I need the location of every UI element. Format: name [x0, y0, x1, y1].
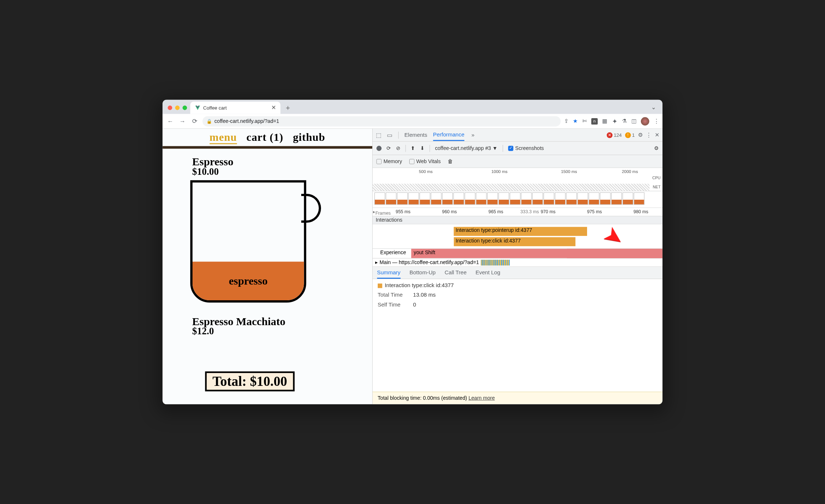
nav-divider [163, 146, 372, 148]
tab-title: Coffee cart [203, 105, 227, 110]
main-thread-header[interactable]: ▸ Main — https://coffee-cart.netlify.app… [373, 259, 662, 267]
interactions-track[interactable]: Interaction type:pointerup id:4377 Inter… [373, 224, 662, 249]
total-time-value: 13.08 ms [413, 292, 436, 298]
screenshot-filmstrip[interactable] [373, 191, 662, 208]
total-banner[interactable]: Total: $10.00 [205, 371, 294, 391]
tab-performance[interactable]: Performance [433, 131, 464, 141]
product-espresso-macchiato: Espresso Macchiato $12.0 [192, 315, 372, 336]
nav-github[interactable]: github [293, 131, 325, 143]
garbage-collect-icon[interactable]: 🗑 [448, 158, 453, 164]
experience-track[interactable]: Experience yout Shift [373, 249, 662, 258]
nav-menu[interactable]: menu [209, 131, 237, 144]
chrome-menu-icon[interactable]: ⋮ [654, 118, 659, 124]
summary-title: Interaction type:click id:4377 [385, 282, 454, 289]
load-profile-icon[interactable]: ⬆ [411, 145, 415, 151]
devtools-menu-icon[interactable]: ⋮ [646, 132, 652, 138]
devtools-panel: ⬚ ▭ Elements Performance » ✕124 !1 ⚙ ⋮ ✕… [373, 129, 662, 404]
mug-graphic[interactable]: espresso [163, 180, 306, 302]
webpage: menu cart (1) github Espresso $10.00 esp… [163, 129, 373, 404]
layout-shift-bar[interactable] [411, 249, 662, 258]
interaction-bar[interactable]: Interaction type:pointerup id:4377 [454, 227, 587, 236]
error-count[interactable]: ✕124 [606, 132, 621, 138]
performance-toolbar: ⟳ ⊘ ⬆ ⬇ coffee-cart.netlify.app #3 ▼ Scr… [373, 142, 662, 155]
blocking-time-footer: Total blocking time: 0.00ms (estimated) … [373, 392, 662, 404]
device-toggle-icon[interactable]: ▭ [387, 131, 392, 138]
warning-count[interactable]: !1 [625, 132, 635, 138]
color-swatch-icon [378, 283, 382, 288]
new-tab-button[interactable]: ＋ [283, 103, 292, 113]
flask-icon[interactable]: ⚗ [622, 118, 627, 124]
browser-toolbar: ← → ⟳ 🔒 coffee-cart.netlify.app/?ad=1 ⇪ … [163, 114, 662, 128]
capture-settings-gear-icon[interactable]: ⚙ [654, 145, 658, 151]
self-time-value: 0 [413, 302, 416, 308]
back-button[interactable]: ← [166, 117, 175, 126]
product-espresso: Espresso $10.00 [192, 156, 372, 177]
close-window-icon[interactable] [168, 106, 172, 110]
main-flame-preview [481, 260, 510, 266]
recording-selector[interactable]: coffee-cart.netlify.app #3 ▼ [435, 145, 497, 151]
interaction-bar[interactable]: Interaction type:click id:4377 [454, 237, 576, 247]
vue-icon [195, 105, 201, 111]
extensions-puzzle-icon[interactable]: ✦ [612, 117, 617, 125]
url-text: coffee-cart.netlify.app/?ad=1 [214, 118, 279, 124]
tab-bottom-up[interactable]: Bottom-Up [410, 270, 436, 276]
sidepanel-icon[interactable]: ◫ [631, 118, 637, 124]
bookmark-star-icon[interactable]: ★ [573, 118, 578, 124]
maximize-window-icon[interactable] [183, 106, 187, 110]
record-button[interactable] [376, 146, 381, 151]
tabs-overflow-icon[interactable]: » [471, 132, 474, 138]
summary-pane: Interaction type:click id:4377 Total Tim… [373, 279, 662, 392]
timeline-ruler[interactable]: ▸ Frames 955 ms 960 ms 965 ms 333.3 ms 9… [373, 208, 662, 216]
interactions-track-header[interactable]: Interactions [373, 216, 662, 224]
memory-checkbox[interactable]: Memory [376, 158, 402, 164]
share-icon[interactable]: ⇪ [564, 118, 568, 124]
tab-elements[interactable]: Elements [404, 132, 427, 138]
save-profile-icon[interactable]: ⬇ [420, 145, 424, 151]
clear-icon[interactable]: ⊘ [396, 145, 400, 151]
settings-gear-icon[interactable]: ⚙ [638, 132, 643, 138]
mug-fill-label: espresso [229, 275, 268, 287]
extension-grid-icon[interactable]: ▦ [602, 118, 607, 124]
cpu-hatch [373, 184, 650, 191]
nav-cart[interactable]: cart (1) [246, 131, 283, 143]
overview-timeline[interactable]: 500 ms 1000 ms 1500 ms 2000 ms CPU NET [373, 168, 662, 191]
forward-button[interactable]: → [178, 117, 187, 126]
lock-icon: 🔒 [206, 119, 212, 124]
content-split: menu cart (1) github Espresso $10.00 esp… [163, 129, 662, 404]
tab-event-log[interactable]: Event Log [475, 270, 500, 276]
address-bar[interactable]: 🔒 coffee-cart.netlify.app/?ad=1 [202, 116, 561, 126]
tab-strip: Coffee cart ✕ ＋ ⌄ [163, 100, 662, 114]
devtools-tabs: ⬚ ▭ Elements Performance » ✕124 !1 ⚙ ⋮ ✕ [373, 129, 662, 142]
close-tab-icon[interactable]: ✕ [271, 104, 276, 111]
details-tabs: Summary Bottom-Up Call Tree Event Log [373, 267, 662, 279]
performance-toolbar-2: Memory Web Vitals 🗑 [373, 155, 662, 168]
learn-more-link[interactable]: Learn more [469, 395, 495, 401]
screenshots-checkbox[interactable]: Screenshots [508, 145, 544, 151]
page-nav: menu cart (1) github [163, 129, 372, 145]
window-controls [166, 106, 190, 114]
web-vitals-checkbox[interactable]: Web Vitals [409, 158, 441, 164]
close-devtools-icon[interactable]: ✕ [655, 132, 659, 138]
inspect-element-icon[interactable]: ⬚ [376, 131, 381, 138]
chrome-window: Coffee cart ✕ ＋ ⌄ ← → ⟳ 🔒 coffee-cart.ne… [163, 100, 662, 404]
reload-record-icon[interactable]: ⟳ [387, 145, 391, 151]
browser-tab[interactable]: Coffee cart ✕ [190, 102, 280, 114]
tab-overflow-icon[interactable]: ⌄ [651, 104, 659, 110]
scissors-icon[interactable]: ✄ [582, 118, 587, 124]
reload-button[interactable]: ⟳ [190, 117, 199, 126]
filmstrip-frame [374, 192, 385, 204]
toolbar-right: ⇪ ★ ✄ n ▦ ✦ ⚗ ◫ ⋮ [564, 117, 659, 125]
minimize-window-icon[interactable] [175, 106, 179, 110]
tab-summary[interactable]: Summary [377, 270, 400, 279]
profile-avatar[interactable] [641, 117, 649, 125]
tab-call-tree[interactable]: Call Tree [445, 270, 467, 276]
extension-n-icon[interactable]: n [591, 118, 598, 124]
